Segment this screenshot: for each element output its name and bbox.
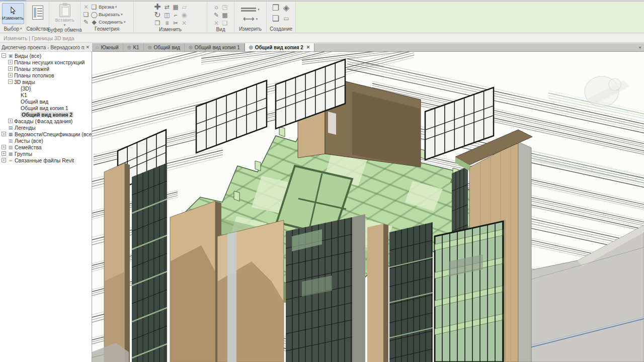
dropdown-arrow-icon: ▾ xyxy=(64,23,66,27)
toggle-visibility-icon[interactable]: ☼ xyxy=(213,4,220,11)
cut-button[interactable]: Вырезать xyxy=(99,12,120,17)
create-assembly-icon[interactable]: ❏ xyxy=(271,14,280,23)
view-tab-2[interactable]: ◎K1 xyxy=(123,43,144,51)
offset-face-icon[interactable]: ❏ xyxy=(83,11,90,18)
dropdown-arrow-icon: ▾ xyxy=(115,5,117,9)
view3d-icon: ◎ xyxy=(127,45,131,50)
dropdown-arrow-icon: ▾ xyxy=(124,20,126,24)
dropdown-arrow-icon: ▾ xyxy=(20,27,22,31)
modify-button[interactable]: Изменить xyxy=(2,3,24,24)
trim-icon[interactable]: ⌐ xyxy=(172,12,179,19)
building-model xyxy=(92,59,532,362)
panel-select-label[interactable]: Выбор▾ xyxy=(4,26,22,33)
expand-icon[interactable]: + xyxy=(8,66,13,71)
offset-icon[interactable]: ≡ xyxy=(164,20,171,27)
cope-button[interactable]: Врезка xyxy=(99,4,114,10)
split-icon[interactable]: ✂ xyxy=(172,20,179,27)
tree-item-связанные-файлы-revit[interactable]: +∞Связанные файлы Revit xyxy=(0,157,92,163)
rotate-icon[interactable]: ↻ xyxy=(153,11,162,20)
create-group-icon[interactable]: ❐ xyxy=(271,4,280,13)
view-tab-1[interactable]: ⌂Южный xyxy=(92,43,123,51)
tree-item-label: Фасады (Фасад здания) xyxy=(14,118,72,124)
cut-profile-icon[interactable]: ❑ xyxy=(91,4,98,11)
create-similar-icon[interactable]: ◈ xyxy=(282,4,291,13)
mirror-icon[interactable]: ◫ xyxy=(164,12,171,19)
paste-icon xyxy=(59,4,70,17)
close-icon[interactable]: ✕ xyxy=(85,45,91,50)
pin-icon[interactable]: ◉ xyxy=(181,12,188,19)
tab-close-icon[interactable]: ✕ xyxy=(306,45,310,50)
join-geometry-icon[interactable]: ◆ xyxy=(91,19,98,26)
home-icon: ⌂ xyxy=(96,45,99,50)
tree-item-label: Планы потолков xyxy=(14,72,54,78)
tree-item-планы-этажей[interactable]: +Планы этажей xyxy=(0,65,92,72)
tree-item-ведомости-спецификации-все-[interactable]: +▦Ведомости/Спецификации (все) xyxy=(0,131,92,137)
properties-icon[interactable] xyxy=(32,6,43,20)
schedules-icon: ▦ xyxy=(8,132,14,137)
measure-button[interactable]: ▾ xyxy=(241,7,260,13)
tree-item-фасады-фасад-здания-[interactable]: +Фасады (Фасад здания) xyxy=(0,118,92,124)
legends-icon: ▤ xyxy=(8,125,14,130)
expand-icon[interactable]: + xyxy=(2,145,6,149)
tree-item-label: Общий вид копия 1 xyxy=(21,105,68,111)
tree-item-семейства[interactable]: +▧Семейства xyxy=(0,144,92,150)
tree-item-листы-все-[interactable]: ▥Листы (все) xyxy=(0,137,92,144)
3d-view-canvas[interactable] xyxy=(92,52,644,362)
drawing-area[interactable] xyxy=(92,52,644,362)
tree-item-label: Общий вид копия 2 xyxy=(21,112,73,118)
paste-label: Вставить xyxy=(55,18,74,23)
tree-item-группы[interactable]: +▩Группы xyxy=(0,150,92,157)
expand-icon[interactable]: + xyxy=(8,119,13,123)
expand-icon[interactable]: + xyxy=(8,73,13,77)
tree-item-общий-вид-копия-2[interactable]: Общий вид копия 2 xyxy=(0,111,92,118)
collapse-icon[interactable]: − xyxy=(2,53,6,58)
tab-list-dropdown-icon[interactable]: ▾ xyxy=(636,43,644,51)
cut-geometry-icon[interactable]: ◯ xyxy=(91,11,98,18)
panel-geometry: ✕ ❑ Врезка ▾ ❏ ◯ Вырезать ▾ ✎ ◆ Соединит… xyxy=(80,2,134,33)
panel-properties-label: Свойства xyxy=(27,26,49,33)
tree-item-общий-вид-копия-1[interactable]: Общий вид копия 1 xyxy=(0,105,92,111)
cursor-icon xyxy=(9,7,17,15)
view-tab-label: Южный xyxy=(101,45,118,50)
reveal-icon[interactable]: ❏ xyxy=(221,20,228,27)
delete-overlap-icon[interactable]: ✕ xyxy=(83,4,90,11)
paint-icon[interactable]: ✎ xyxy=(83,19,90,26)
tree-item-общий-вид[interactable]: Общий вид xyxy=(0,98,92,105)
create-parts-icon[interactable]: ▭ xyxy=(282,15,291,22)
ribbon-contextual-fill xyxy=(296,2,644,33)
linework-icon[interactable]: ✎ xyxy=(213,12,220,19)
array-icon[interactable]: ▦ xyxy=(172,4,179,11)
tree-item-label: Легенды xyxy=(15,125,36,131)
copy-icon[interactable]: ❐ xyxy=(153,20,162,27)
collapse-icon[interactable]: − xyxy=(8,79,13,84)
expand-icon[interactable]: + xyxy=(2,132,6,136)
override-graphics-icon[interactable]: ▦ xyxy=(221,12,228,19)
project-browser-header[interactable]: Диспетчер проекта - Вернадского пр-т... … xyxy=(0,43,92,52)
watermark-logo xyxy=(585,76,630,107)
caliper-icon: ⟷ xyxy=(243,15,255,24)
expand-icon[interactable]: + xyxy=(8,60,13,64)
tree-item-{3d}[interactable]: {3D} xyxy=(0,85,92,92)
view3d-icon: ◎ xyxy=(148,45,152,50)
scale-icon[interactable]: ▱ xyxy=(181,4,188,11)
view-tab-5[interactable]: ◎Общий вид копия 2✕ xyxy=(245,43,315,51)
hide-element-icon[interactable]: ✕ xyxy=(213,20,220,27)
delete-icon[interactable]: ✕ xyxy=(181,20,188,27)
tree-item-планы-потолков[interactable]: +Планы потолков xyxy=(0,72,92,78)
expand-icon[interactable]: + xyxy=(2,151,6,156)
tree-item-легенды[interactable]: ▤Легенды xyxy=(0,124,92,131)
tree-item-виды-все-[interactable]: −▣Виды (все) xyxy=(0,52,92,59)
tree-item-планы-несущих-конструкций[interactable]: +Планы несущих конструкций xyxy=(0,59,92,65)
displace-icon[interactable]: ◳ xyxy=(221,4,228,11)
tree-item-label: Общий вид xyxy=(21,99,48,105)
panel-view: ☼ ✎ ✕ ◳ ▦ ❏ Вид xyxy=(207,2,234,33)
measure-between-button[interactable]: ⟷ ▾ xyxy=(243,15,258,24)
tree-item-k1[interactable]: K1 xyxy=(0,92,92,98)
tree-item-3d-виды[interactable]: −3D виды xyxy=(0,78,92,85)
view-tab-4[interactable]: ◎Общий вид копия 1 xyxy=(185,43,245,51)
expand-icon[interactable]: + xyxy=(2,158,6,162)
join-button[interactable]: Соединить xyxy=(99,19,123,25)
view-tab-3[interactable]: ◎Общий вид xyxy=(144,43,185,51)
paste-button[interactable]: Вставить ▾ xyxy=(55,4,74,27)
align-icon[interactable]: ⇄ xyxy=(164,4,171,11)
